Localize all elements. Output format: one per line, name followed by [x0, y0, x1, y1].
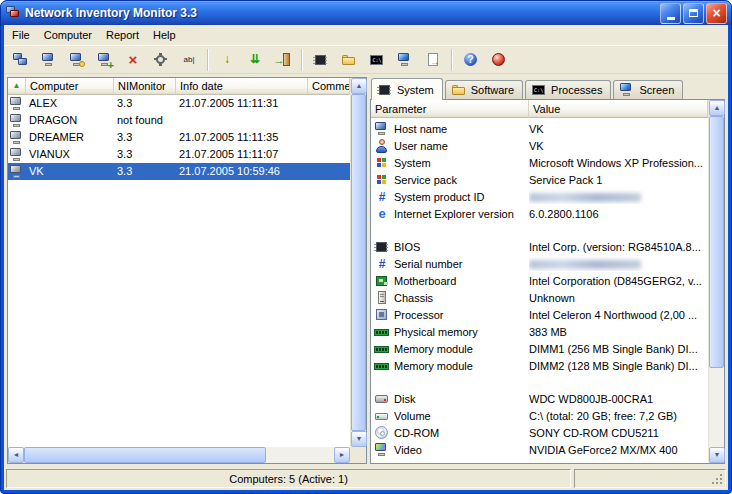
parameter-row[interactable]: CD-ROMSONY CD-ROM CDU5211: [371, 424, 708, 441]
report-button[interactable]: →: [420, 47, 446, 73]
parameter-value: VK: [529, 123, 708, 135]
about-button[interactable]: [486, 47, 512, 73]
scroll-left-button[interactable]: ◄: [8, 447, 24, 463]
computer-row[interactable]: VIANUX3.321.07.2005 11:11:07: [8, 146, 350, 163]
computer-icon-cell: [8, 113, 26, 129]
computer-name: VIANUX: [26, 146, 114, 163]
parameter-row[interactable]: MotherboardIntel Corporation (D845GERG2,…: [371, 272, 708, 289]
tab-software[interactable]: Software: [445, 80, 523, 99]
scroll-up-button[interactable]: ▲: [709, 100, 725, 116]
parameter-row[interactable]: BIOSIntel Corp. (version: RG84510A.8...: [371, 238, 708, 255]
column-header-sort[interactable]: ▲: [8, 78, 26, 95]
system-info-icon: [313, 52, 329, 68]
details-vscrollbar[interactable]: ▲▼: [708, 100, 724, 463]
tab-screen[interactable]: Screen: [613, 80, 683, 99]
scan-computers-button[interactable]: [36, 47, 62, 73]
menu-computer[interactable]: Computer: [37, 27, 99, 43]
about-icon: [491, 52, 507, 68]
scroll-thumb[interactable]: [709, 116, 724, 368]
scroll-thumb[interactable]: [351, 94, 366, 431]
get-info-button[interactable]: ↓: [214, 47, 240, 73]
parameter-row[interactable]: Physical memory383 MB: [371, 323, 708, 340]
info-date: 21.07.2005 11:11:31: [176, 95, 308, 112]
options-button[interactable]: [148, 47, 174, 73]
scroll-track[interactable]: [351, 94, 366, 431]
parameter-row[interactable]: ChassisUnknown: [371, 289, 708, 306]
parameter-row[interactable]: Host nameVK: [371, 120, 708, 137]
parameter-row[interactable]: ProcessorIntel Celeron 4 Northwood (2,00…: [371, 306, 708, 323]
column-header-nimonitor[interactable]: NIMonitor: [114, 78, 176, 95]
parameter-row[interactable]: #System product ID: [371, 188, 708, 205]
menu-file[interactable]: File: [5, 27, 37, 43]
parameter-row[interactable]: VolumeC:\ (total: 20 GB; free: 7,2 GB): [371, 407, 708, 424]
view-processes-button[interactable]: C:\: [364, 47, 390, 73]
disk-icon: [374, 391, 390, 407]
scroll-thumb[interactable]: [24, 447, 266, 463]
nimonitor-version: 3.3: [114, 146, 176, 163]
parameter-row[interactable]: VideoNVIDIA GeForce2 MX/MX 400: [371, 441, 708, 458]
computer-row[interactable]: ALEX3.321.07.2005 11:11:31: [8, 95, 350, 112]
parameter-name: User name: [371, 138, 529, 154]
rename-computer-button[interactable]: ab|: [176, 47, 202, 73]
parameter-label: Volume: [394, 410, 431, 422]
parameter-row[interactable]: DiskWDC WD800JB-00CRA1: [371, 390, 708, 407]
parameter-row[interactable]: SystemMicrosoft Windows XP Profession...: [371, 154, 708, 171]
parameter-row[interactable]: Memory moduleDIMM2 (128 MB Single Bank) …: [371, 357, 708, 374]
help-button[interactable]: ?: [458, 47, 484, 73]
resize-grip[interactable]: [720, 482, 722, 484]
info-date: 21.07.2005 10:59:46: [176, 163, 308, 180]
column-header-comment[interactable]: Comment: [308, 78, 350, 95]
menu-help[interactable]: Help: [146, 27, 183, 43]
column-header-parameter[interactable]: Parameter: [371, 100, 529, 118]
scroll-down-button[interactable]: ▼: [709, 447, 725, 463]
computer-row[interactable]: VK3.321.07.2005 10:59:46: [8, 163, 350, 180]
view-screen-button[interactable]: [392, 47, 418, 73]
tab-system[interactable]: System: [371, 78, 443, 100]
title-bar[interactable]: Network Inventory Monitor 3.3 ×: [1, 1, 731, 25]
software-icon: [341, 52, 357, 68]
parameter-row[interactable]: #Serial number: [371, 255, 708, 272]
column-header-computer[interactable]: Computer: [26, 78, 114, 95]
maximize-button[interactable]: [683, 3, 704, 24]
view-software-button[interactable]: [336, 47, 362, 73]
add-computer-button[interactable]: +: [92, 47, 118, 73]
computers-hscrollbar[interactable]: ◄►: [8, 447, 350, 463]
computers-vscrollbar[interactable]: ▲▼: [350, 78, 366, 447]
parameter-row[interactable]: User nameVK: [371, 137, 708, 154]
get-info-all-button[interactable]: ⇊: [242, 47, 268, 73]
computers-panel: ▲ComputerNIMonitorInfo dateComment ALEX3…: [7, 77, 367, 464]
parameter-row[interactable]: Memory moduleDIMM1 (256 MB Single Bank) …: [371, 340, 708, 357]
menu-report[interactable]: Report: [99, 27, 146, 43]
view-system-button[interactable]: [308, 47, 334, 73]
find-computers-button[interactable]: [8, 47, 34, 73]
add-computer-icon: +: [97, 52, 113, 68]
computer-row-icon: [9, 147, 25, 163]
column-header-value[interactable]: Value: [529, 100, 708, 118]
parameter-row[interactable]: Service packService Pack 1: [371, 171, 708, 188]
service-pack-icon: [374, 172, 390, 188]
scroll-track[interactable]: [709, 116, 724, 447]
scroll-track[interactable]: [24, 447, 334, 463]
close-button[interactable]: ×: [706, 3, 727, 24]
parameter-label: Chassis: [394, 292, 433, 304]
toolbar-separator: [301, 49, 303, 71]
screen-icon: [619, 82, 635, 98]
delete-computer-button[interactable]: ×: [120, 47, 146, 73]
parameter-value: Intel Corp. (version: RG84510A.8...: [529, 241, 708, 253]
computer-row[interactable]: DRAGONnot found: [8, 112, 350, 129]
scroll-down-button[interactable]: ▼: [351, 431, 367, 447]
chassis-icon: [374, 290, 390, 306]
scrollbar-corner: [350, 447, 366, 463]
minimize-button[interactable]: [660, 3, 681, 24]
internet-explorer-icon: e: [374, 206, 390, 222]
computer-row[interactable]: DREAMER3.321.07.2005 11:11:35: [8, 129, 350, 146]
scroll-up-button[interactable]: ▲: [351, 78, 367, 94]
scroll-right-button[interactable]: ►: [334, 447, 350, 463]
group-spacer: [371, 222, 708, 238]
tab-processes[interactable]: C:\Processes: [525, 80, 611, 99]
export-button[interactable]: →: [270, 47, 296, 73]
column-header-info-date[interactable]: Info date: [176, 78, 308, 95]
redacted-value: [529, 193, 641, 202]
parameter-row[interactable]: eInternet Explorer version6.0.2800.1106: [371, 205, 708, 222]
poll-computer-button[interactable]: [64, 47, 90, 73]
